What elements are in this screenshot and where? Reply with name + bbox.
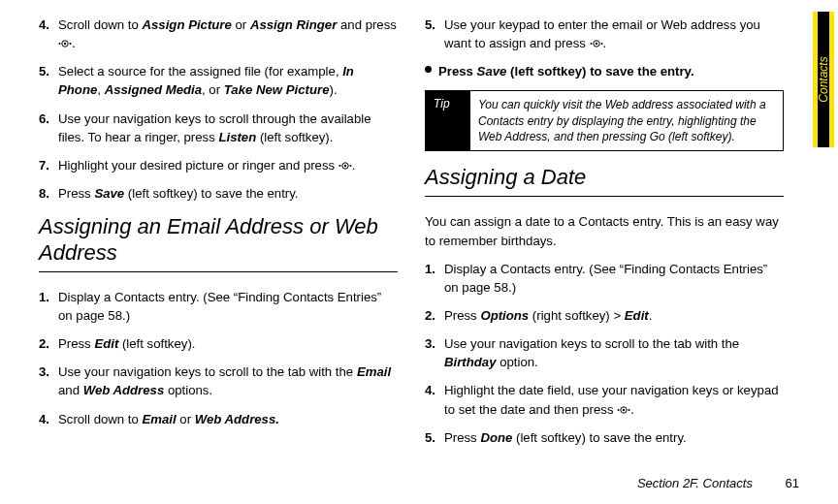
page-footer: Section 2F. Contacts 61 [637,476,799,490]
navigation-key-icon [58,38,72,49]
tip-content: You can quickly visit the Web address as… [470,91,783,150]
step-number: 6. [39,110,49,128]
right-column: 5.Use your keypad to enter the email or … [425,16,784,446]
step-item: 3.Use your navigation keys to scroll to … [39,362,398,399]
svg-point-9 [595,43,596,45]
step-item: 5.Select a source for the assigned file … [39,62,398,99]
left-column: 4.Scroll down to Assign Picture or Assig… [39,16,398,446]
step-item: 1.Display a Contacts entry. (See “Findin… [425,260,784,297]
bullet-icon [425,66,432,73]
footer-page-number: 61 [786,476,799,490]
step-number: 5. [39,62,49,80]
step-item: 4.Scroll down to Assign Picture or Assig… [39,16,398,52]
side-tab-label: Contacts [817,56,830,102]
step-item: 3.Use your navigation keys to scroll to … [425,334,784,371]
svg-point-5 [344,165,346,167]
intro-text: You can assign a date to a Contacts entr… [425,212,784,249]
side-tab: Contacts [813,12,834,147]
step-item: 4.Scroll down to Email or Web Address. [39,410,398,428]
heading-rule [39,271,398,272]
svg-point-14 [618,409,620,411]
steps-list-c: 5.Use your keypad to enter the email or … [425,16,784,52]
svg-point-10 [590,43,592,45]
svg-point-2 [59,43,61,45]
step-item: 5.Use your keypad to enter the email or … [425,16,784,52]
step-number: 5. [425,428,435,447]
navigation-key-icon [338,160,352,172]
heading-rule [425,196,784,197]
step-number: 8. [39,184,49,203]
svg-point-1 [64,43,66,45]
navigation-key-icon [590,38,603,49]
step-item: 5.Press Done (left softkey) to save the … [425,428,784,447]
navigation-key-icon [617,404,630,416]
step-number: 3. [39,362,49,381]
step-number: 2. [39,334,49,353]
steps-list-d: 1.Display a Contacts entry. (See “Findin… [425,260,784,447]
step-item: 6.Use your navigation keys to scroll thr… [39,110,398,146]
steps-list-b: 1.Display a Contacts entry. (See “Findin… [39,288,398,428]
step-number: 2. [425,306,435,325]
footer-section: Section 2F. Contacts [637,476,753,490]
svg-point-13 [623,408,625,410]
svg-point-6 [338,165,340,167]
step-number: 4. [39,16,49,34]
step-item: 2.Press Edit (left softkey). [39,334,398,353]
tip-box: Tip You can quickly visit the Web addres… [425,90,784,151]
step-number: 4. [425,381,435,399]
step-number: 4. [39,410,49,428]
bullet-save-line: Press Save (left softkey) to save the en… [425,62,784,80]
tip-label: Tip [426,91,470,150]
heading-email-web: Assigning an Email Address or Web Addres… [39,214,398,266]
page-content: 4.Scroll down to Assign Picture or Assig… [0,0,838,446]
step-number: 1. [39,288,49,306]
step-number: 3. [425,334,435,353]
step-item: 7.Highlight your desired picture or ring… [39,156,398,174]
step-item: 1.Display a Contacts entry. (See “Findin… [39,288,398,325]
step-number: 7. [39,156,49,174]
step-item: 4.Highlight the date field, use your nav… [425,381,784,418]
steps-list-a: 4.Scroll down to Assign Picture or Assig… [39,16,398,203]
heading-assigning-date: Assigning a Date [425,165,784,190]
step-item: 8.Press Save (left softkey) to save the … [39,184,398,203]
bullet-text: Press Save (left softkey) to save the en… [438,64,694,79]
step-number: 5. [425,16,435,34]
step-number: 1. [425,260,435,278]
step-item: 2.Press Options (right softkey) > Edit. [425,306,784,325]
